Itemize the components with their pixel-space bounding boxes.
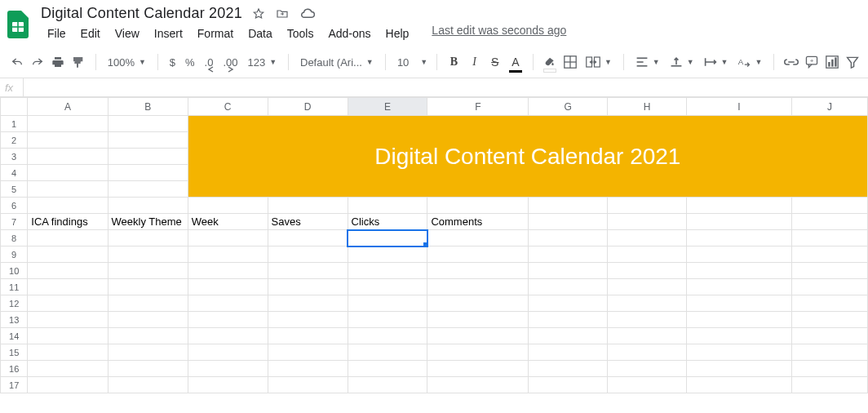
row-header[interactable]: 9 [1,246,28,263]
cell[interactable] [608,230,687,246]
cell[interactable] [28,263,108,279]
cell-H7[interactable] [608,214,687,230]
undo-button[interactable] [8,51,25,73]
star-icon[interactable] [252,7,265,20]
cell[interactable] [792,361,868,377]
col-header-B[interactable]: B [108,98,188,116]
insert-link-button[interactable] [782,51,799,73]
cloud-icon[interactable] [299,7,316,20]
cell[interactable] [28,295,108,312]
col-header-E[interactable]: E [348,98,427,116]
col-header-A[interactable]: A [28,98,108,116]
italic-button[interactable]: I [466,51,483,73]
cell[interactable] [188,279,268,295]
col-header-I[interactable]: I [686,98,791,116]
cell[interactable] [108,361,188,377]
increase-decimal-button[interactable]: .00 [219,51,241,73]
cell[interactable] [268,263,348,279]
cell[interactable] [792,279,868,295]
cell[interactable] [348,328,427,344]
cell[interactable] [108,295,188,312]
text-color-button[interactable]: A [507,51,524,73]
cell[interactable] [608,328,687,344]
row-header[interactable]: 3 [1,149,28,165]
cell[interactable] [108,198,188,214]
cell[interactable] [686,344,791,361]
cell[interactable] [268,295,348,312]
cell[interactable] [348,377,427,393]
cell[interactable] [427,344,529,361]
cell[interactable] [529,377,608,393]
row-header[interactable]: 4 [1,165,28,181]
cell[interactable] [108,165,188,181]
cell[interactable] [188,263,268,279]
cell[interactable] [427,361,529,377]
cell[interactable] [529,246,608,263]
cell[interactable] [686,198,791,214]
formula-bar[interactable]: fx [0,78,868,97]
select-all-corner[interactable] [1,98,28,116]
cell[interactable] [427,312,529,328]
cell[interactable] [348,312,427,328]
col-header-J[interactable]: J [792,98,868,116]
col-header-C[interactable]: C [188,98,268,116]
cell[interactable] [28,328,108,344]
cell-I7[interactable] [686,214,791,230]
cell[interactable] [608,344,687,361]
cell[interactable] [188,230,268,246]
cell[interactable] [686,312,791,328]
cell[interactable] [427,198,529,214]
cell[interactable] [28,198,108,214]
menu-file[interactable]: File [41,24,73,43]
cell[interactable] [28,116,108,132]
cell-B7[interactable]: Weekly Theme [108,214,188,230]
cell[interactable] [108,132,188,149]
strikethrough-button[interactable]: S [486,51,503,73]
cell[interactable] [188,312,268,328]
cell[interactable] [28,361,108,377]
cell[interactable] [188,198,268,214]
cell[interactable] [529,263,608,279]
cell[interactable] [108,116,188,132]
cell[interactable] [108,344,188,361]
row-header[interactable]: 13 [1,312,28,328]
cell[interactable] [792,263,868,279]
row-header[interactable]: 5 [1,181,28,198]
cell-J7[interactable] [792,214,868,230]
menu-tools[interactable]: Tools [281,24,321,43]
menu-addons[interactable]: Add-ons [321,24,377,43]
cell[interactable] [188,361,268,377]
row-header[interactable]: 14 [1,328,28,344]
cell[interactable] [348,263,427,279]
cell[interactable] [792,312,868,328]
cell[interactable] [608,263,687,279]
banner-cell[interactable]: Digital Content Calendar 2021 [188,116,867,198]
cell[interactable] [792,295,868,312]
row-header[interactable]: 10 [1,263,28,279]
percent-button[interactable]: % [182,51,198,73]
cell-A7[interactable]: ICA findings [28,214,108,230]
col-header-H[interactable]: H [608,98,687,116]
cell[interactable] [529,279,608,295]
cell[interactable] [28,279,108,295]
cell-D7[interactable]: Saves [268,214,348,230]
cell[interactable] [529,328,608,344]
cell[interactable] [188,328,268,344]
cell[interactable] [108,279,188,295]
cell[interactable] [28,165,108,181]
cell[interactable] [529,312,608,328]
cell[interactable] [427,230,529,246]
insert-chart-button[interactable] [824,51,841,73]
menu-edit[interactable]: Edit [74,24,107,43]
cell[interactable] [268,328,348,344]
cell[interactable] [686,377,791,393]
cell[interactable] [427,377,529,393]
cell[interactable] [268,312,348,328]
cell[interactable] [268,198,348,214]
row-header[interactable]: 7 [1,214,28,230]
cell[interactable] [427,246,529,263]
borders-button[interactable] [562,51,579,73]
fill-color-button[interactable] [541,51,558,73]
cell[interactable] [427,279,529,295]
menu-format[interactable]: Format [191,24,240,43]
